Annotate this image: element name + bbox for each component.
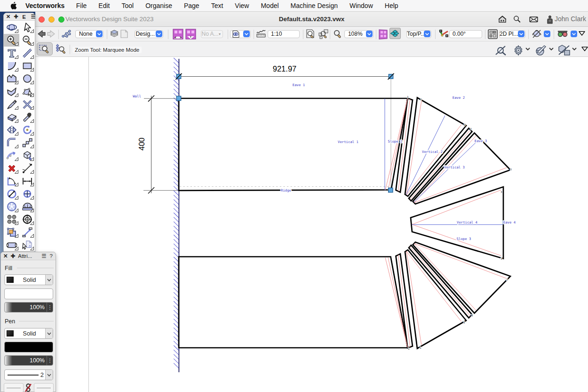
tool-slab[interactable] (4, 239, 19, 251)
tool-polygon[interactable] (4, 72, 19, 85)
menu-item-vectorworks[interactable]: Vectorworks (21, 2, 70, 9)
tool-reshape[interactable] (19, 85, 35, 98)
search-icon[interactable] (513, 15, 521, 24)
saved-views-icon[interactable] (61, 29, 72, 39)
unlink-markers-icon[interactable] (24, 383, 32, 392)
user-icon[interactable] (546, 15, 555, 24)
menu-item-organise[interactable]: Organise (140, 2, 178, 9)
chevron-down-icon[interactable] (156, 31, 162, 37)
sheet-icon[interactable] (119, 29, 129, 39)
menu-item-view[interactable]: View (229, 2, 255, 9)
tool-target[interactable] (19, 213, 35, 226)
pen-color-well[interactable] (4, 342, 53, 352)
tool-zoom-in[interactable] (4, 34, 19, 47)
chevron-down-icon[interactable] (571, 31, 577, 37)
layer-scale-icon[interactable] (256, 30, 266, 39)
menu-item-edit[interactable]: Edit (93, 2, 116, 9)
menu-icon[interactable]: ☰ (41, 253, 46, 259)
tool-fillet[interactable] (4, 136, 19, 149)
help-icon[interactable]: ? (50, 253, 53, 259)
render-mode-dropdown[interactable]: 2D Pl... (499, 30, 525, 38)
apple-logo-icon[interactable] (7, 2, 21, 9)
tool-protractor[interactable] (19, 200, 35, 213)
forward-icon[interactable] (47, 29, 56, 39)
layer-scale-field[interactable]: 1:10 (268, 30, 300, 38)
render-options-teapot-icon[interactable] (531, 29, 542, 40)
wall-join-icon[interactable] (173, 28, 183, 40)
fill-color-well[interactable] (4, 288, 53, 299)
start-marker-dropdown[interactable] (4, 383, 24, 392)
tool-eyedropper[interactable] (19, 111, 35, 123)
menu-item-window[interactable]: Window (343, 2, 379, 9)
add-icon[interactable]: ✚ (14, 14, 18, 20)
tool-modify-radius[interactable] (4, 149, 19, 162)
zoom-icon[interactable] (333, 29, 343, 39)
tool-delete[interactable] (4, 162, 19, 175)
tool-dim-linear[interactable] (19, 162, 35, 175)
chevron-down-icon[interactable] (243, 31, 250, 37)
tool-text[interactable] (4, 47, 19, 59)
chevron-down-icon[interactable] (96, 31, 103, 37)
fill-opacity-slider[interactable]: 100% ⋮ (4, 302, 53, 312)
tool-callout[interactable] (19, 226, 35, 239)
tool-arc[interactable] (4, 60, 19, 72)
chevron-down-icon[interactable] (525, 48, 530, 51)
tool-rectangle[interactable] (19, 60, 35, 72)
tool-group-select[interactable] (4, 226, 19, 239)
pen-style-dropdown[interactable]: Solid (4, 328, 53, 339)
menu-item-help[interactable]: Help (379, 2, 404, 9)
tool-holes[interactable] (4, 213, 19, 226)
tool-move-by-points[interactable] (19, 136, 35, 149)
tool-palette-header[interactable]: ✕ ✚ E ☰ (4, 13, 35, 21)
gear-icon[interactable] (512, 44, 524, 56)
unified-view-button-selected[interactable] (389, 28, 401, 39)
fit-page-zoom-icon[interactable] (305, 29, 316, 40)
layers-icon[interactable] (109, 29, 119, 39)
stereo-glasses-icon[interactable] (556, 29, 569, 39)
home-icon[interactable] (498, 15, 507, 24)
surface-hatch-icon[interactable] (557, 44, 572, 56)
kebab-menu-icon[interactable]: ⋮ (47, 356, 53, 365)
tool-circle[interactable] (19, 72, 35, 85)
pan-zoom-mode-button[interactable] (54, 43, 66, 55)
viewport-icon[interactable] (378, 28, 388, 40)
tool-dim-horizontal[interactable] (19, 175, 35, 187)
rotate-plan-axes-icon[interactable]: YX (438, 29, 449, 39)
modebar-flyout-triangle-icon[interactable] (581, 46, 588, 52)
add-icon[interactable]: ✚ (11, 253, 16, 259)
drawing-canvas[interactable] (35, 57, 588, 392)
mail-icon[interactable] (529, 15, 538, 24)
tool-freehand[interactable] (4, 98, 19, 111)
kebab-menu-icon[interactable]: ⋮ (47, 303, 53, 312)
chevron-down-icon[interactable] (572, 48, 577, 51)
chevron-down-icon[interactable] (518, 31, 524, 37)
design-layer-dropdown[interactable]: Desig... (135, 30, 163, 38)
view-dropdown[interactable]: Top/P... (406, 30, 431, 38)
wall-cap-icon[interactable] (185, 28, 196, 40)
unstyled-class-dropdown[interactable]: None (75, 30, 103, 38)
toolbar-flyout-triangle-icon[interactable] (578, 31, 586, 36)
fill-style-dropdown[interactable]: Solid (4, 274, 53, 285)
menu-item-file[interactable]: File (70, 2, 93, 9)
marquee-zoom-mode-button[interactable] (37, 42, 53, 56)
expand-icon[interactable]: E (22, 14, 25, 20)
menu-item-tool[interactable]: Tool (116, 2, 140, 9)
chevron-down-icon[interactable] (544, 31, 550, 37)
render-mode-icon[interactable] (487, 29, 498, 40)
fit-objects-zoom-icon[interactable] (318, 29, 329, 40)
menu-item-machine-design[interactable]: Machine Design (285, 2, 343, 9)
tool-mirror[interactable] (4, 124, 19, 136)
menu-icon[interactable]: ☰ (31, 14, 36, 20)
user-name[interactable]: John Clark (555, 12, 586, 26)
tool-flyover[interactable] (4, 21, 19, 34)
chevron-down-icon[interactable] (549, 48, 554, 51)
tool-selection[interactable] (19, 21, 35, 34)
tool-dim-angular[interactable] (4, 175, 19, 187)
end-marker-dropdown[interactable] (34, 383, 54, 392)
chevron-down-icon[interactable] (424, 31, 430, 37)
tool-zoom-out[interactable] (19, 34, 35, 47)
tool-import-annotation[interactable] (19, 239, 35, 251)
menu-item-page[interactable]: Page (178, 2, 205, 9)
close-icon[interactable]: ✕ (6, 14, 10, 20)
attributes-palette-header[interactable]: ✕ ✚ Attri... ☰ ? (1, 252, 56, 260)
